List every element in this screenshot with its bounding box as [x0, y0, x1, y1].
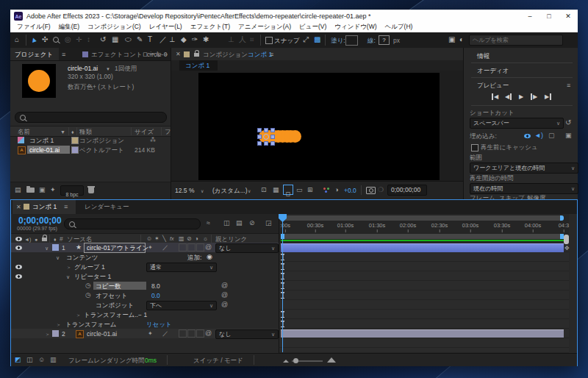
orbit-camera-tool-icon[interactable]: ◎: [65, 35, 71, 44]
live-update-icon[interactable]: ◩: [15, 357, 21, 363]
sort-icon[interactable]: ▼: [60, 129, 65, 135]
panel-menu-icon[interactable]: ≡: [64, 204, 68, 210]
collapse-switch-icon[interactable]: ✦: [148, 330, 153, 337]
collapse-column-icon[interactable]: ✶: [154, 235, 159, 242]
comp-panel-comp-name[interactable]: コンポ 1: [248, 51, 272, 58]
layer-row-2[interactable]: ＞ 2 A circle-01.ai ✦ ／ @ なし∨: [11, 329, 279, 338]
type-tool-icon[interactable]: T: [148, 35, 152, 44]
first-frame-button[interactable]: ◀: [492, 93, 498, 100]
timeline-timecode[interactable]: 0;00;00;00: [18, 215, 62, 226]
roi-tool-icon[interactable]: ▦: [112, 35, 118, 44]
anchor-point-icon[interactable]: [263, 134, 269, 140]
switch-cell[interactable]: [187, 329, 196, 338]
zoom-level[interactable]: 12.5 %: [175, 187, 194, 194]
pen-tool-icon[interactable]: ✎: [137, 35, 143, 44]
col-name[interactable]: 名前: [18, 128, 30, 135]
menu-view[interactable]: ビュー(V): [299, 23, 326, 32]
mask-visibility-icon[interactable]: ▩: [314, 35, 320, 44]
contents-row[interactable]: ∨ コンテンツ 追加: ◉: [11, 252, 279, 262]
resolution-dropdown-icon[interactable]: ∨: [248, 188, 251, 195]
work-area-bar[interactable]: [281, 234, 564, 239]
switch-cell[interactable]: [179, 243, 187, 252]
time-ruler[interactable]: :00s 00:30s 01:00s 01:30s 02:00s 02:30s …: [279, 214, 569, 233]
timeline-tab[interactable]: ✕ コンポ 1 ≡: [12, 200, 76, 214]
draft-3d-icon[interactable]: ◫: [223, 220, 230, 227]
menu-file[interactable]: ファイル(F): [17, 23, 51, 32]
layer1-duration-bar[interactable]: [281, 243, 564, 252]
stroke-width-value[interactable]: ?: [379, 35, 390, 45]
exposure-icon[interactable]: ◑: [334, 187, 338, 193]
include-video-icon[interactable]: [524, 134, 531, 138]
source-name-column[interactable]: ソース名: [67, 235, 92, 243]
transform-row[interactable]: ＞ トランスフォーム リセット: [11, 319, 279, 329]
start-select[interactable]: 現在の時間∨: [470, 183, 578, 194]
viewer-tab-comp1[interactable]: コンポ 1: [179, 60, 218, 71]
title-bar[interactable]: Ae Adobe After Effects 2023 - C:\Storage…: [10, 10, 578, 22]
comp-panel-title[interactable]: コンポジション: [203, 51, 248, 58]
blend-toggle-icon[interactable]: ▥: [50, 357, 57, 363]
interpret-footage-icon[interactable]: ▤: [15, 187, 21, 193]
vertical-scrollbar[interactable]: [564, 235, 569, 244]
copies-value[interactable]: 8.0: [151, 282, 160, 290]
switch-cell[interactable]: [187, 243, 196, 252]
panel-menu-icon[interactable]: ≡: [567, 82, 570, 89]
snap-options-icon[interactable]: ⤢: [303, 35, 309, 44]
quality-switch-icon[interactable]: ／: [162, 244, 168, 251]
copies-row[interactable]: ◷ コピー数 8.0 @: [11, 281, 279, 290]
reset-link[interactable]: リセット: [146, 321, 172, 328]
shortcuts-icon[interactable]: ▣: [448, 35, 455, 44]
graph-editor-icon[interactable]: ◲: [265, 220, 272, 227]
include-audio-icon[interactable]: ◄): [534, 132, 543, 139]
cache-checkbox[interactable]: [471, 144, 478, 151]
stopwatch-icon[interactable]: ◷: [85, 282, 91, 289]
expand-icon[interactable]: ∨: [56, 254, 60, 261]
audio-panel-header[interactable]: オーディオ: [477, 67, 509, 74]
footage-dropdown-icon[interactable]: ▼: [106, 66, 110, 73]
close-button[interactable]: ✕: [559, 10, 578, 22]
selection-handle[interactable]: [270, 141, 275, 146]
maximize-button[interactable]: □: [539, 10, 559, 22]
lock-column-icon[interactable]: [42, 238, 47, 241]
new-composition-icon[interactable]: ▣: [39, 187, 46, 193]
tab-overflow-icon[interactable]: »: [164, 51, 168, 58]
last-frame-button[interactable]: ▶: [545, 93, 551, 100]
mask-toggle-icon[interactable]: ▭: [296, 187, 303, 193]
col-size[interactable]: サイズ: [135, 128, 154, 135]
number-column[interactable]: #: [60, 235, 63, 243]
quality-column-icon[interactable]: ╲: [162, 235, 166, 242]
frame-blend-column-icon[interactable]: ▥: [179, 235, 184, 242]
share-icon[interactable]: ▣: [565, 132, 572, 139]
selection-handle[interactable]: [270, 128, 275, 132]
label-column-icon[interactable]: ♦: [54, 236, 57, 243]
info-panel-header[interactable]: 情報: [477, 52, 490, 60]
new-folder-icon[interactable]: [26, 188, 35, 193]
menu-animation[interactable]: アニメーション(A): [238, 23, 291, 32]
transparency-grid-icon[interactable]: ▦: [273, 187, 279, 193]
choose-grid-icon[interactable]: ⊡: [261, 187, 267, 193]
selection-handle[interactable]: [264, 141, 268, 146]
pickwhip-icon[interactable]: @: [205, 330, 212, 337]
zoom-in-mountain-icon[interactable]: [327, 357, 336, 363]
parent-link-column[interactable]: 親とリンク: [215, 235, 247, 243]
axis-world-icon[interactable]: 人: [239, 35, 246, 44]
adjustment-column-icon[interactable]: ◑: [195, 235, 198, 242]
axis-view-icon[interactable]: ⌗: [250, 35, 254, 44]
play-button[interactable]: ▶: [519, 93, 523, 100]
panel-menu-icon[interactable]: ≡: [270, 51, 273, 58]
minimize-button[interactable]: –: [520, 10, 539, 22]
pan-grip-icon[interactable]: ✥: [564, 245, 570, 252]
menu-help[interactable]: ヘルプ(H): [385, 23, 413, 32]
col-clipped[interactable]: フ: [165, 128, 171, 135]
stopwatch-icon[interactable]: ◷: [85, 292, 91, 299]
layer-row-1[interactable]: ∨ 1 ★ circle-01アウトライン ✦ ／ @ なし∨: [11, 243, 279, 252]
offset-row[interactable]: ◷ オフセット 0.0 @: [11, 290, 279, 300]
close-tab-icon[interactable]: ✕: [16, 204, 21, 210]
show-snapshot-icon[interactable]: ❍: [378, 187, 384, 193]
eye-icon[interactable]: [15, 246, 22, 250]
selection-handle[interactable]: [257, 128, 262, 132]
help-search-input[interactable]: [469, 35, 563, 46]
layer-color-swatch[interactable]: [52, 330, 59, 337]
rotation-tool-icon[interactable]: ↺: [100, 35, 106, 44]
menu-window[interactable]: ウィンドウ(W): [334, 23, 376, 32]
threed-column-icon[interactable]: ☼: [203, 235, 208, 242]
